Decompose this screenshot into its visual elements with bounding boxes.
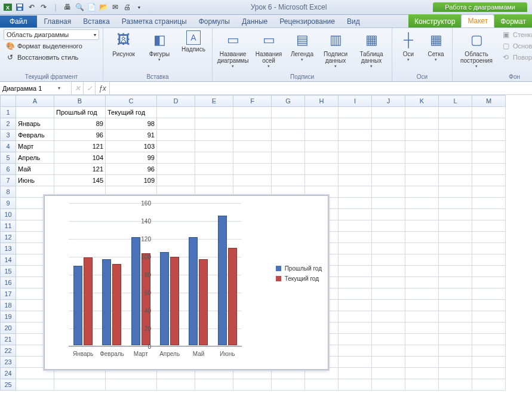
cell[interactable]	[233, 118, 272, 130]
chart-bar[interactable]	[102, 259, 111, 345]
cell[interactable]	[439, 357, 472, 368]
cell[interactable]	[372, 175, 405, 186]
cell[interactable]	[233, 107, 272, 118]
cell[interactable]	[439, 209, 472, 220]
cell[interactable]	[339, 152, 372, 164]
data-labels-button[interactable]: ▥ Подписи данных ▾	[319, 29, 352, 70]
cell[interactable]	[372, 357, 405, 368]
legend-button[interactable]: ▤ Легенда ▾	[288, 29, 316, 63]
cell[interactable]	[405, 266, 439, 277]
plot-area-button[interactable]: ▢ Область построения ▾	[456, 29, 497, 70]
cell[interactable]	[405, 323, 439, 334]
cell[interactable]	[405, 357, 439, 368]
cell[interactable]	[405, 334, 439, 345]
cell[interactable]	[305, 107, 339, 118]
cell[interactable]	[405, 379, 439, 391]
cell[interactable]	[372, 323, 405, 334]
cell[interactable]	[339, 175, 372, 186]
cell[interactable]	[405, 220, 439, 232]
cell[interactable]	[339, 243, 372, 254]
cell[interactable]	[195, 118, 233, 130]
cell[interactable]	[472, 300, 506, 311]
row-header[interactable]: 3	[1, 130, 16, 141]
cell[interactable]	[372, 130, 405, 141]
chart-bar[interactable]	[218, 216, 227, 346]
cell[interactable]	[233, 130, 272, 141]
excel-icon[interactable]: X	[2, 2, 13, 13]
row-header[interactable]: 21	[1, 334, 16, 345]
row-header[interactable]: 14	[1, 254, 16, 266]
cell[interactable]	[16, 107, 54, 118]
cell[interactable]	[339, 300, 372, 311]
column-header[interactable]: M	[472, 96, 506, 107]
cell[interactable]	[439, 118, 472, 130]
cell[interactable]	[195, 379, 233, 391]
cell[interactable]	[372, 334, 405, 345]
row-header[interactable]: 5	[1, 152, 16, 164]
cell[interactable]	[439, 175, 472, 186]
cell[interactable]	[339, 209, 372, 220]
cell[interactable]: 103	[106, 141, 157, 152]
cell[interactable]	[233, 379, 272, 391]
cell[interactable]	[405, 345, 439, 357]
cell[interactable]	[472, 254, 506, 266]
tab-review[interactable]: Рецензирование	[273, 16, 341, 27]
row-header[interactable]: 25	[1, 379, 16, 391]
cell[interactable]	[405, 118, 439, 130]
cell[interactable]: Февраль	[16, 130, 54, 141]
name-box-dropdown-icon[interactable]: ▾	[56, 85, 62, 91]
cell[interactable]	[157, 379, 195, 391]
row-header[interactable]: 9	[1, 198, 16, 209]
cell[interactable]: 91	[106, 130, 157, 141]
cell[interactable]	[305, 141, 339, 152]
tab-page-layout[interactable]: Разметка страницы	[116, 16, 193, 27]
cell[interactable]	[439, 130, 472, 141]
cell[interactable]	[372, 379, 405, 391]
row-header[interactable]: 15	[1, 266, 16, 277]
cell[interactable]	[405, 254, 439, 266]
cell[interactable]	[372, 277, 405, 288]
tab-format[interactable]: Формат	[494, 16, 532, 27]
cell[interactable]	[472, 232, 506, 243]
cell[interactable]	[195, 141, 233, 152]
cell[interactable]	[372, 345, 405, 357]
cell[interactable]: Март	[16, 141, 54, 152]
cell[interactable]	[339, 107, 372, 118]
cell[interactable]	[405, 209, 439, 220]
cell[interactable]	[472, 175, 506, 186]
chart-bar[interactable]	[73, 266, 82, 346]
chart-bar[interactable]	[170, 257, 179, 346]
cell[interactable]	[372, 266, 405, 277]
qat-dropdown-icon[interactable]: ▾	[134, 2, 144, 13]
cell[interactable]	[339, 288, 372, 300]
cell[interactable]	[372, 232, 405, 243]
preview-icon[interactable]: 🔍	[74, 2, 85, 13]
cell[interactable]	[272, 141, 305, 152]
cell[interactable]	[405, 277, 439, 288]
cell[interactable]	[339, 357, 372, 368]
cell[interactable]	[339, 277, 372, 288]
column-header[interactable]: B	[54, 96, 106, 107]
column-header[interactable]: E	[195, 96, 233, 107]
cell[interactable]: 99	[106, 152, 157, 164]
name-box-input[interactable]	[2, 85, 56, 92]
cell[interactable]	[339, 379, 372, 391]
axis-titles-button[interactable]: ▭ Названия осей ▾	[252, 29, 285, 70]
cell[interactable]	[305, 130, 339, 141]
spreadsheet-grid[interactable]: ABCDEFGHIJKLM1Прошлый годТекущий год2Янв…	[0, 95, 532, 393]
cell[interactable]: 145	[54, 175, 106, 186]
cell[interactable]	[233, 152, 272, 164]
row-header[interactable]: 23	[1, 357, 16, 368]
cell[interactable]	[157, 141, 195, 152]
cell[interactable]	[472, 209, 506, 220]
chart-bar[interactable]	[189, 237, 198, 346]
cell[interactable]	[472, 311, 506, 323]
column-header[interactable]: I	[339, 96, 372, 107]
select-all-corner[interactable]	[1, 96, 16, 107]
row-header[interactable]: 4	[1, 141, 16, 152]
cell[interactable]: 96	[54, 130, 106, 141]
cell[interactable]	[372, 164, 405, 175]
row-header[interactable]: 11	[1, 220, 16, 232]
cell[interactable]: Июнь	[16, 175, 54, 186]
gridlines-button[interactable]: ▦ Сетка ▾	[423, 29, 448, 63]
